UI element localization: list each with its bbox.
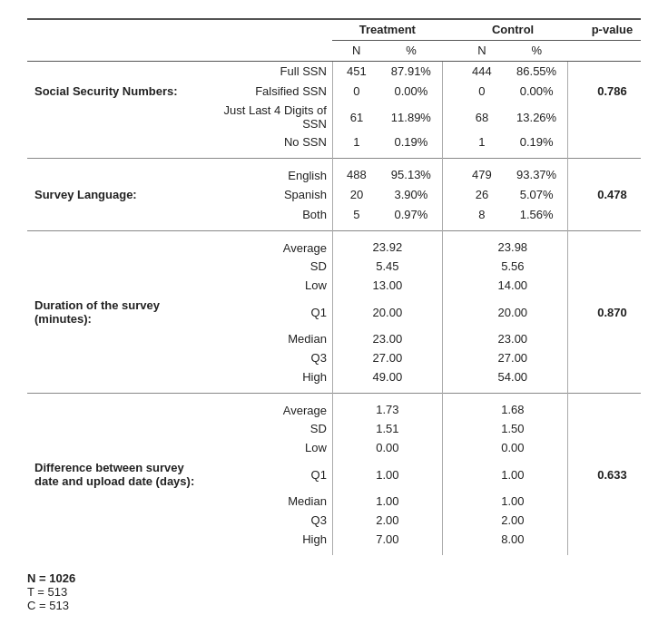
treatment-n: 5 [332, 205, 380, 231]
section-label [27, 348, 209, 367]
table-row: Low13.0014.00 [27, 276, 641, 295]
treatment-value: 1.00 [332, 492, 442, 511]
treatment-pct: 3.90% [380, 184, 442, 205]
treatment-value: 0.00 [332, 438, 442, 457]
treatment-value: 13.00 [332, 276, 442, 295]
section-label [27, 367, 209, 394]
table-row: Duration of the survey (minutes):Q120.00… [27, 295, 641, 329]
n-total: N = 1026 [27, 571, 641, 585]
treatment-value: 23.92 [332, 231, 442, 258]
row-label: Median [209, 329, 333, 348]
pvalue-cell [584, 132, 641, 159]
section-label [27, 276, 209, 295]
table-row: English48895.13%47993.37% [27, 159, 641, 185]
sub-header-row: N % N % [27, 41, 641, 62]
pvalue-cell: 0.633 [584, 457, 641, 492]
treatment-value: 5.45 [332, 257, 442, 276]
control-n-header: N [458, 41, 506, 62]
control-value: 8.00 [458, 530, 568, 555]
section-label [27, 438, 209, 457]
pvalue-cell [584, 530, 641, 555]
control-pct: 0.00% [506, 81, 567, 102]
control-value: 1.00 [458, 492, 568, 511]
row-label: Just Last 4 Digits of SSN [209, 102, 333, 132]
table-row: Average23.9223.98 [27, 231, 641, 258]
row-label: Both [209, 205, 333, 231]
treatment-value: 1.73 [332, 394, 442, 420]
control-pct-header: % [506, 41, 567, 62]
table-row: Just Last 4 Digits of SSN6111.89%6813.26… [27, 102, 641, 132]
section-label [27, 205, 209, 231]
treatment-n: 0 [332, 81, 380, 102]
pvalue-cell [584, 419, 641, 438]
section-label: Survey Language: [27, 184, 209, 205]
control-pct: 86.55% [506, 62, 567, 82]
section-label [27, 62, 209, 82]
row-label: No SSN [209, 132, 333, 159]
control-value: 0.00 [458, 438, 568, 457]
treatment-value: 27.00 [332, 348, 442, 367]
table-row: Survey Language:Spanish203.90%265.07%0.4… [27, 184, 641, 205]
pvalue-cell: 0.478 [584, 184, 641, 205]
row-label: Q1 [209, 457, 333, 492]
control-value: 1.00 [458, 457, 568, 492]
row-label: Q1 [209, 295, 333, 329]
pvalue-cell [584, 257, 641, 276]
treatment-n: 61 [332, 102, 380, 132]
treatment-value: 20.00 [332, 295, 442, 329]
control-value: 23.00 [458, 329, 568, 348]
section-label: Difference between survey date and uploa… [27, 457, 209, 492]
table-row: No SSN10.19%10.19% [27, 132, 641, 159]
table-row: Full SSN45187.91%44486.55% [27, 62, 641, 82]
treatment-value: 49.00 [332, 367, 442, 394]
control-value: 2.00 [458, 511, 568, 530]
table-row: High49.0054.00 [27, 367, 641, 394]
treatment-n-header: N [332, 41, 380, 62]
section-label [27, 102, 209, 132]
section-label [27, 159, 209, 185]
control-value: 20.00 [458, 295, 568, 329]
row-label: SD [209, 419, 333, 438]
section-label [27, 394, 209, 420]
table-row: Average1.731.68 [27, 394, 641, 420]
row-label: High [209, 367, 333, 394]
footnotes: N = 1026 T = 513 C = 513 [27, 571, 641, 612]
c-total: C = 513 [27, 599, 641, 612]
treatment-n: 1 [332, 132, 380, 159]
t-total: T = 513 [27, 585, 641, 599]
control-value: 1.50 [458, 419, 568, 438]
row-label: Average [209, 231, 333, 258]
treatment-value: 23.00 [332, 329, 442, 348]
table-row: Q327.0027.00 [27, 348, 641, 367]
pvalue-cell [584, 231, 641, 258]
pvalue-cell [584, 438, 641, 457]
row-label: Q3 [209, 348, 333, 367]
pvalue-cell: 0.786 [584, 81, 641, 102]
treatment-value: 7.00 [332, 530, 442, 555]
row-label: Spanish [209, 184, 333, 205]
control-pct: 13.26% [506, 102, 567, 132]
treatment-header: Treatment [332, 19, 442, 41]
pvalue-cell [584, 159, 641, 185]
pvalue-cell [584, 511, 641, 530]
control-n: 0 [458, 81, 506, 102]
control-n: 68 [458, 102, 506, 132]
control-header: Control [458, 19, 568, 41]
table-row: SD1.511.50 [27, 419, 641, 438]
table-row: Q32.002.00 [27, 511, 641, 530]
table-row: Median23.0023.00 [27, 329, 641, 348]
pvalue-cell [584, 367, 641, 394]
control-n: 444 [458, 62, 506, 82]
treatment-value: 1.00 [332, 457, 442, 492]
section-label [27, 492, 209, 511]
control-value: 14.00 [458, 276, 568, 295]
section-label [27, 530, 209, 555]
section-label [27, 231, 209, 258]
row-label: High [209, 530, 333, 555]
control-n: 8 [458, 205, 506, 231]
row-label: English [209, 159, 333, 185]
control-n: 1 [458, 132, 506, 159]
section-label [27, 132, 209, 159]
section-label [27, 257, 209, 276]
treatment-pct: 11.89% [380, 102, 442, 132]
